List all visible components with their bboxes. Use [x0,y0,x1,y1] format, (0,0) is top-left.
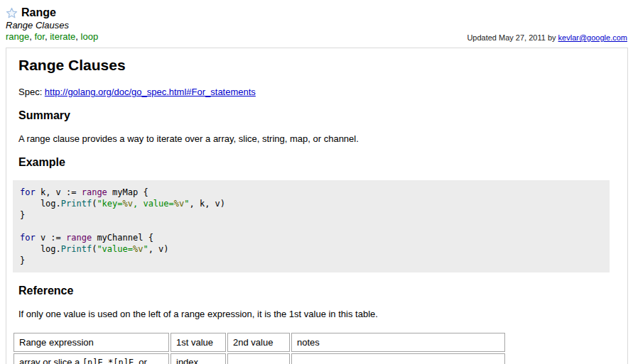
tag-link-for[interactable]: for [34,31,44,42]
tag-link-range[interactable]: range [6,31,29,42]
code-token: v := [36,233,66,243]
code-token: %v [133,244,143,254]
section-heading-reference: Reference [18,285,615,297]
code-line: log.Printf("value=%v", v) [20,243,602,255]
spec-label: Spec: [18,87,45,97]
code-token: " [143,244,148,254]
section-heading-summary: Summary [18,109,615,122]
code-token: Printf [61,199,92,209]
code-line-blank [20,221,602,232]
code-token: log. [20,199,61,209]
code-token: "value= [97,244,133,254]
code-token: , v) [148,244,169,254]
spec-link[interactable]: http://golang.org/doc/go_spec.html#For_s… [45,87,256,97]
code-token: "key= [97,199,122,209]
code-line: } [20,255,602,266]
tag-link-loop[interactable]: loop [81,31,99,42]
author-email-link[interactable]: kevlar@google.com [558,33,627,42]
code-line: } [20,209,602,221]
cell-text: index [176,357,198,364]
code-token: k, v := [36,187,82,197]
code-token: range [66,233,92,243]
cell-text: , [103,357,108,364]
code-token: Printf [61,244,92,254]
reference-intro: If only one value is used on the left of… [18,309,615,319]
spec-line: Spec: http://golang.org/doc/go_spec.html… [18,87,615,97]
meta-line: range, for, iterate, loop Updated May 27… [6,31,627,43]
tag-list: range, for, iterate, loop [6,31,98,43]
column-header-2nd-value: 2nd value [227,333,290,352]
code-token: myChannel { [92,233,153,243]
table-cell-notes [291,353,505,364]
cell-text: , or [134,357,147,364]
cell-code: *[n]E [108,358,134,364]
wiki-page-subtitle: Range Clauses [6,20,627,31]
code-line: log.Printf("key=%v, value=%v", k, v) [20,198,602,209]
column-header-notes: notes [291,333,505,352]
code-token: %v [123,199,133,209]
title-line: Range [6,6,627,19]
code-token: , value= [133,199,174,209]
section-heading-example: Example [18,156,615,169]
code-token: %v [174,199,184,209]
cell-text: array or slice a [19,357,82,364]
table-cell-2nd-value: a[i] E [227,353,290,364]
wiki-page-title: Range [21,6,56,19]
tag-link-iterate[interactable]: iterate [50,31,75,42]
code-line: for v := range myChannel { [20,232,602,243]
code-token: range [82,187,107,197]
code-token: } [20,255,25,265]
tag-separator: , [75,31,80,42]
column-header-range-expression: Range expression [13,333,169,352]
updated-line: Updated May 27, 2011 by kevlar@google.co… [467,33,627,43]
code-line: for k, v := range myMap { [20,187,602,198]
document-title: Range Clauses [18,56,615,74]
document-body: Range Clauses Spec: http://golang.org/do… [6,48,628,364]
code-token: log. [20,244,61,254]
updated-text: Updated May 27, 2011 by [467,33,558,42]
table-row: array or slice a [n]E, *[n]E, or []E ind… [13,353,505,364]
summary-text: A range clause provides a way to iterate… [18,133,615,144]
code-block: for k, v := range myMap { log.Printf("ke… [13,180,610,272]
table-cell-range-expression: array or slice a [n]E, *[n]E, or []E [13,353,169,364]
code-token: for [20,233,36,243]
star-icon[interactable] [6,7,18,19]
reference-table: Range expression 1st value 2nd value not… [12,331,507,364]
table-cell-1st-value: index i int [171,353,226,364]
column-header-1st-value: 1st value [171,333,226,352]
cell-code: [n]E [82,358,103,364]
code-token: for [20,187,36,197]
code-token: myMap { [107,187,148,197]
page-header: Range Range Clauses range, for, iterate,… [0,0,633,43]
code-token: , k, v) [189,199,225,209]
table-header-row: Range expression 1st value 2nd value not… [13,333,505,352]
code-token: } [20,210,25,220]
